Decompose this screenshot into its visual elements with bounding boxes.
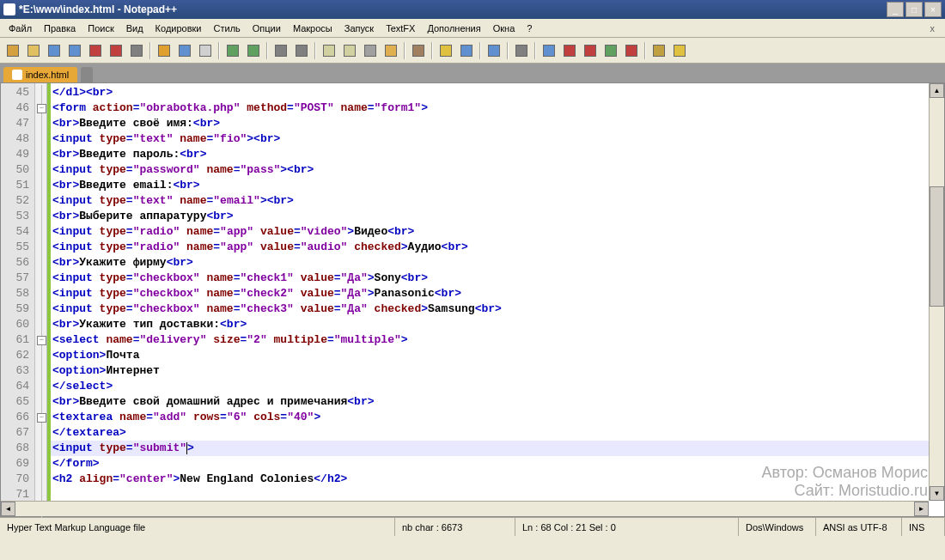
line-number[interactable]: 64 (1, 379, 34, 394)
line-number[interactable]: 50 (1, 162, 34, 178)
menu-опции[interactable]: Опции (247, 21, 286, 35)
scroll-thumb[interactable] (930, 186, 944, 307)
toolbar-replace-button[interactable] (292, 41, 311, 60)
menu-кодировки[interactable]: Кодировки (150, 21, 207, 35)
toolbar-saveall-button[interactable] (65, 41, 84, 60)
code-line[interactable]: <br>Выберите аппаратуру<br> (51, 209, 944, 224)
toolbar-wordwrap-button[interactable] (320, 41, 338, 60)
scroll-up-button[interactable]: ▲ (930, 83, 944, 98)
menu-правка[interactable]: Правка (39, 21, 81, 35)
toolbar-folder2-button[interactable] (649, 41, 668, 60)
code-line[interactable]: </select> (51, 379, 944, 394)
toolbar-record-button[interactable] (540, 41, 558, 60)
fold-marker[interactable] (35, 100, 46, 116)
menu-файл[interactable]: Файл (3, 21, 37, 35)
fold-marker[interactable] (35, 116, 46, 131)
code-line[interactable]: <input type="radio" name="app" value="vi… (51, 224, 944, 240)
fold-marker[interactable] (35, 363, 46, 379)
line-number[interactable]: 62 (1, 348, 34, 363)
fold-marker[interactable] (35, 255, 46, 271)
fold-marker[interactable] (35, 131, 46, 147)
toolbar-new-button[interactable] (3, 41, 22, 60)
line-number-gutter[interactable]: 4546474849505152535455565758596061626364… (1, 83, 35, 516)
code-line[interactable]: <br>Введите своё имя:<br> (51, 116, 944, 131)
toolbar-close-button[interactable] (86, 41, 105, 60)
toolbar-sync-button[interactable] (485, 41, 503, 60)
code-line[interactable]: <h2 align="center">New England Colonies<… (51, 472, 944, 487)
line-number[interactable]: 46 (1, 100, 34, 116)
menu-вид[interactable]: Вид (121, 21, 149, 35)
toolbar-playback-button[interactable] (601, 41, 620, 60)
toolbar-find-button[interactable] (271, 41, 290, 60)
code-line[interactable]: <br>Укажите фирму<br> (51, 255, 944, 271)
scroll-right-button[interactable]: ► (914, 502, 929, 516)
fold-marker[interactable] (35, 456, 46, 472)
menu-textfx[interactable]: TextFX (381, 21, 420, 35)
line-number[interactable]: 58 (1, 286, 34, 301)
fold-marker[interactable] (35, 472, 46, 487)
toolbar-open-button[interactable] (24, 41, 43, 60)
line-number[interactable]: 70 (1, 472, 34, 487)
fold-marker[interactable] (35, 271, 46, 286)
close-button[interactable]: × (924, 2, 942, 17)
toolbar-paste-button[interactable] (196, 41, 215, 60)
toolbar-save-button[interactable] (45, 41, 64, 60)
line-number[interactable]: 61 (1, 332, 34, 348)
fold-marker[interactable] (35, 209, 46, 224)
line-number[interactable]: 68 (1, 441, 34, 456)
line-number[interactable]: 49 (1, 147, 34, 162)
toolbar-copy-button[interactable] (175, 41, 194, 60)
code-line[interactable]: </form> (51, 456, 944, 472)
line-number[interactable]: 55 (1, 240, 34, 255)
tab-overflow[interactable] (81, 67, 93, 82)
menu-запуск[interactable]: Запуск (339, 21, 379, 35)
fold-marker[interactable] (35, 332, 46, 348)
menu-поиск[interactable]: Поиск (82, 21, 119, 35)
line-number[interactable]: 48 (1, 131, 34, 147)
horizontal-scrollbar[interactable]: ◄ ► (1, 501, 929, 516)
code-line[interactable]: <option>Почта (51, 348, 944, 363)
code-line[interactable]: <textarea name="add" rows="6" cols="40"> (51, 410, 944, 425)
scroll-down-button[interactable]: ▼ (930, 486, 944, 501)
scroll-left-button[interactable]: ◄ (1, 502, 15, 516)
fold-marker[interactable] (35, 301, 46, 317)
code-line[interactable]: <input type="checkbox" name="check1" val… (51, 271, 944, 286)
line-number[interactable]: 66 (1, 410, 34, 425)
toolbar-print-button[interactable] (127, 41, 146, 60)
menu-макросы[interactable]: Макросы (288, 21, 338, 35)
menu-?[interactable]: ? (521, 21, 537, 35)
toolbar-folder-button[interactable] (409, 41, 428, 60)
toolbar-userlang-button[interactable] (381, 41, 400, 60)
line-number[interactable]: 51 (1, 178, 34, 193)
code-line[interactable]: <br>Введите пароль:<br> (51, 147, 944, 162)
fold-marker[interactable] (35, 348, 46, 363)
code-line[interactable]: <input type="text" name="email"><br> (51, 193, 944, 209)
maximize-button[interactable]: □ (905, 2, 923, 17)
toolbar-allchars-button[interactable] (340, 41, 359, 60)
vertical-scrollbar[interactable]: ▲ ▼ (929, 83, 944, 501)
fold-marker[interactable] (35, 286, 46, 301)
fold-marker[interactable] (35, 162, 46, 178)
line-number[interactable]: 53 (1, 209, 34, 224)
toolbar-redo-button[interactable] (244, 41, 263, 60)
toolbar-saverec-button[interactable] (622, 41, 641, 60)
fold-column[interactable] (35, 83, 47, 516)
code-line[interactable]: <input type="text" name="fio"><br> (51, 131, 944, 147)
toolbar-stop-button[interactable] (581, 41, 600, 60)
line-number[interactable]: 69 (1, 456, 34, 472)
menu-окна[interactable]: Окна (488, 21, 521, 35)
fold-marker[interactable] (35, 317, 46, 332)
code-line[interactable]: <br>Введите свой домашний адрес и примеч… (51, 394, 944, 410)
fold-marker[interactable] (35, 178, 46, 193)
code-line[interactable]: <input type="checkbox" name="check3" val… (51, 301, 944, 317)
code-line[interactable]: <select name="delivery" size="2" multipl… (51, 332, 944, 348)
toolbar-monitor-button[interactable] (670, 41, 689, 60)
fold-marker[interactable] (35, 441, 46, 456)
fold-marker[interactable] (35, 85, 46, 100)
toolbar-cut-button[interactable] (155, 41, 174, 60)
code-line[interactable]: <br>Укажите тип доставки:<br> (51, 317, 944, 332)
fold-marker[interactable] (35, 224, 46, 240)
menubar-close-x[interactable]: x (924, 21, 942, 35)
minimize-button[interactable]: _ (887, 2, 904, 17)
line-number[interactable]: 67 (1, 425, 34, 441)
